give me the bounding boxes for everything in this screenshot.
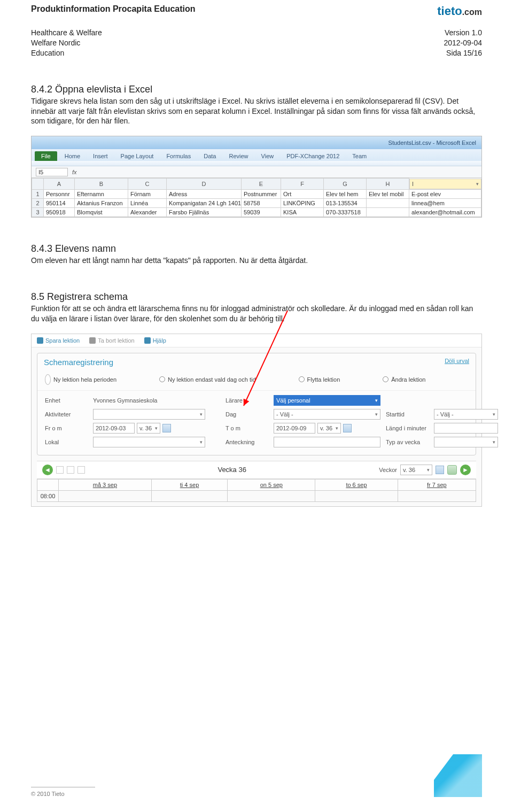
col-header[interactable]: I bbox=[409, 179, 481, 189]
webapp-screenshot: Spara lektion Ta bort lektion Hjälp Sche… bbox=[31, 334, 482, 507]
calendar-icon[interactable] bbox=[436, 466, 444, 474]
excel-tab[interactable]: Data bbox=[198, 151, 221, 161]
excel-tab[interactable]: View bbox=[256, 151, 279, 161]
excel-titlebar: StudentsList.csv - Microsoft Excel bbox=[388, 140, 476, 146]
label-larare: Lärare bbox=[226, 397, 268, 404]
excel-screenshot: StudentsList.csv - Microsoft Excel File … bbox=[31, 136, 482, 218]
col-header[interactable]: E bbox=[242, 179, 281, 190]
panel-title: Schemaregistrering bbox=[44, 358, 113, 367]
label-enhet: Enhet bbox=[45, 397, 88, 404]
next-week-button[interactable]: ► bbox=[460, 465, 471, 475]
brand-logo: tieto.com bbox=[437, 4, 482, 18]
col-header[interactable]: H bbox=[367, 179, 409, 190]
heading-842: 8.4.2 Öppna elevlista i Excel bbox=[31, 84, 482, 95]
excel-grid: A B C D E F G H I 1 PersonnrEfternamnFör… bbox=[32, 178, 481, 217]
day-header[interactable]: on 5 sep bbox=[228, 479, 315, 490]
from-week-select[interactable]: v. 36 bbox=[137, 423, 160, 434]
label-langd: Längd i minuter bbox=[386, 425, 429, 431]
label-tom: T o m bbox=[226, 425, 268, 431]
note-input[interactable] bbox=[274, 437, 380, 447]
excel-tab[interactable]: Formulas bbox=[161, 151, 196, 161]
doc-meta-left: Healthcare & Welfare Welfare Nordic Educ… bbox=[31, 28, 102, 58]
radio-new-period[interactable]: Ny lektion hela perioden bbox=[45, 374, 116, 385]
nav-icon[interactable] bbox=[77, 466, 85, 474]
radio-new-day[interactable]: Ny lektion endast vald dag och tid bbox=[159, 374, 256, 385]
length-input[interactable] bbox=[434, 423, 498, 434]
label-veckor: Veckor bbox=[379, 467, 397, 473]
radio-move[interactable]: Flytta lektion bbox=[299, 374, 340, 385]
excel-tab[interactable]: Page Layout bbox=[115, 151, 159, 161]
prev-week-button[interactable]: ◄ bbox=[42, 465, 53, 475]
body-842: Tidigare skrevs hela listan som den såg … bbox=[31, 96, 482, 127]
heading-843: 8.4.3 Elevens namn bbox=[31, 243, 482, 254]
help-icon bbox=[144, 337, 151, 344]
label-dag: Dag bbox=[226, 411, 268, 417]
start-select[interactable]: - Välj - bbox=[434, 409, 498, 420]
doc-title: Produktinformation Procapita Education bbox=[31, 4, 196, 14]
table-row: 3 950918BlomqvistAlexanderFarsbo Fjällnä… bbox=[32, 207, 481, 216]
copyright: © 2010 Tieto bbox=[31, 787, 95, 797]
label-typ: Typ av vecka bbox=[386, 439, 429, 445]
excel-tab[interactable]: Team bbox=[347, 151, 372, 161]
heading-85: 8.5 Registrera schema bbox=[31, 291, 482, 303]
body-85: Funktion för att se och ändra ett lärars… bbox=[31, 304, 482, 324]
print-icon[interactable] bbox=[447, 465, 457, 475]
nav-icon[interactable] bbox=[56, 466, 64, 474]
nav-icon[interactable] bbox=[67, 466, 74, 474]
weektype-select[interactable] bbox=[434, 437, 498, 447]
brand-suffix: .com bbox=[462, 7, 482, 17]
day-header[interactable]: to 6 sep bbox=[315, 479, 398, 490]
from-date-input[interactable]: 2012-09-03 bbox=[93, 423, 135, 434]
activity-select[interactable] bbox=[93, 409, 205, 420]
delete-lesson-button[interactable]: Ta bort lektion bbox=[89, 337, 134, 344]
col-header[interactable]: D bbox=[167, 179, 242, 190]
teacher-select[interactable]: Välj personal bbox=[274, 395, 380, 406]
excel-namebox[interactable]: I5 bbox=[36, 168, 68, 176]
day-header[interactable]: må 3 sep bbox=[59, 479, 152, 490]
week-title: Vecka 36 bbox=[217, 466, 246, 474]
body-843: Om eleven har ett långt namn har detta "… bbox=[31, 256, 482, 266]
label-start: Starttid bbox=[386, 411, 429, 417]
excel-tab[interactable]: Review bbox=[223, 151, 253, 161]
weeks-select[interactable]: v. 36 bbox=[400, 465, 432, 475]
day-select[interactable]: - Välj - bbox=[274, 409, 380, 420]
to-date-input[interactable]: 2012-09-09 bbox=[274, 423, 315, 434]
excel-tab-file[interactable]: File bbox=[35, 151, 57, 161]
save-lesson-button[interactable]: Spara lektion bbox=[37, 337, 80, 344]
hide-selection-link[interactable]: Dölj urval bbox=[445, 358, 469, 367]
label-lokal: Lokal bbox=[45, 439, 88, 445]
table-row: 2 950114Aktanius FranzonLinnéaKompanigat… bbox=[32, 198, 481, 207]
excel-tab[interactable]: Home bbox=[59, 151, 86, 161]
label-from: Fr o m bbox=[45, 425, 88, 431]
day-header[interactable]: fr 7 sep bbox=[398, 479, 476, 490]
trash-icon bbox=[89, 337, 96, 344]
excel-ribbon-tabs: File Home Insert Page Layout Formulas Da… bbox=[32, 149, 481, 161]
to-week-select[interactable]: v. 36 bbox=[317, 423, 341, 434]
brand-main: tieto bbox=[437, 4, 462, 18]
col-header[interactable]: F bbox=[281, 179, 324, 190]
day-header[interactable]: ti 4 sep bbox=[151, 479, 227, 490]
col-header[interactable]: A bbox=[44, 179, 75, 190]
col-header[interactable]: G bbox=[324, 179, 367, 190]
label-anteckning: Anteckning bbox=[226, 439, 268, 445]
doc-meta-right: Version 1.0 2012-09-04 Sida 15/16 bbox=[444, 28, 482, 58]
disk-icon bbox=[37, 337, 43, 344]
excel-tab[interactable]: PDF-XChange 2012 bbox=[281, 151, 345, 161]
radio-change[interactable]: Ändra lektion bbox=[383, 374, 425, 385]
excel-tab[interactable]: Insert bbox=[88, 151, 113, 161]
help-button[interactable]: Hjälp bbox=[144, 337, 166, 344]
value-enhet: Yvonnes Gymnasieskola bbox=[93, 397, 205, 404]
label-aktiviteter: Aktiviteter bbox=[45, 411, 88, 417]
room-select[interactable] bbox=[93, 437, 205, 447]
col-header[interactable]: B bbox=[75, 179, 128, 190]
calendar-icon[interactable] bbox=[343, 424, 352, 432]
table-row: 1 PersonnrEfternamnFörnamAdressPostnumme… bbox=[32, 189, 481, 198]
tieto-logo-icon bbox=[434, 754, 482, 797]
calendar-grid: må 3 sep ti 4 sep on 5 sep to 6 sep fr 7… bbox=[37, 479, 476, 502]
time-label: 08:00 bbox=[37, 490, 59, 501]
calendar-icon[interactable] bbox=[162, 424, 171, 432]
col-header[interactable]: C bbox=[128, 179, 167, 190]
fx-icon[interactable]: fx bbox=[72, 169, 77, 175]
